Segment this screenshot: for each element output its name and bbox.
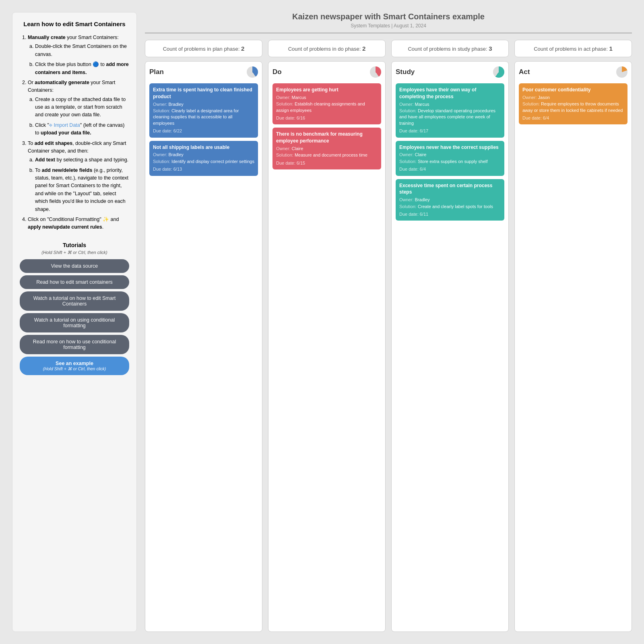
import-link[interactable]: ⎆ Import Data: [49, 122, 80, 128]
counter-study: Count of problems in study phase: 3: [391, 40, 509, 57]
instruction-3b: To add new/delete fields (e.g., priority…: [35, 167, 129, 213]
card-date: Due date: 6/22: [153, 128, 254, 134]
card: There is no benchmark for measuring empl…: [272, 128, 381, 169]
card-solution: Solution: Identify and display correct p…: [153, 159, 254, 165]
card-date: Due date: 6/15: [276, 160, 378, 166]
card-owner: Owner: Bradley: [153, 152, 254, 158]
card-date: Due date: 6/11: [399, 211, 501, 217]
col-title-study: Study: [396, 68, 415, 76]
card-title: Employees are getting hurt: [276, 87, 378, 93]
instruction-1a: Double-click the Smart Containers on the…: [35, 43, 129, 58]
card-owner: Owner: Bradley: [399, 197, 501, 203]
cta-sub: (Hold Shift + ⌘ or Ctrl, then click): [25, 366, 124, 371]
title-row-plan: Plan: [149, 66, 258, 78]
card-solution: Solution: Require employees to throw doc…: [522, 101, 624, 114]
pie-act: [616, 66, 627, 78]
card-date: Due date: 6/13: [153, 166, 254, 172]
card-title: Employees have their own way of completi…: [399, 87, 501, 100]
card: Not all shipping labels are usable Owner…: [149, 141, 258, 176]
btn-see-example[interactable]: See an example (Hold Shift + ⌘ or Ctrl, …: [20, 357, 129, 375]
card-owner: Owner: Claire: [276, 146, 378, 152]
card-owner: Owner: Marcus: [399, 101, 501, 107]
card: Excessive time spent on certain process …: [396, 179, 504, 221]
btn-view-source[interactable]: View the data source: [20, 259, 129, 273]
card-owner: Owner: Bradley: [153, 101, 254, 107]
btn-read-edit[interactable]: Read how to edit smart containers: [20, 275, 129, 289]
main-title: Kaizen newspaper with Smart Containers e…: [145, 12, 632, 21]
instruction-4: Click on "Conditional Formatting" ✨ and …: [28, 216, 129, 231]
card-solution: Solution: Develop standard operating pro…: [399, 108, 501, 126]
card-solution: Solution: Clearly label a designated are…: [153, 108, 254, 126]
col-plan: Count of problems in plan phase: 2Plan E…: [145, 40, 262, 632]
col-do: Count of problems in do phase: 2Do Emplo…: [268, 40, 386, 632]
instruction-2b: Click "⎆ Import Data" (left of the canva…: [35, 122, 129, 137]
card: Extra time is spent having to clean fini…: [149, 83, 258, 138]
body-plan: Plan Extra time is spent having to clean…: [145, 61, 262, 632]
card: Employees are getting hurt Owner: Marcus…: [272, 83, 381, 124]
card: Employees have their own way of completi…: [396, 83, 504, 138]
col-title-do: Do: [272, 68, 282, 76]
col-act: Count of problems in act phase: 1Act Poo…: [514, 40, 632, 632]
instruction-1b: Click the blue plus button 🔵 to add more…: [35, 61, 129, 76]
card-title: Extra time is spent having to clean fini…: [153, 87, 254, 100]
pie-plan: [247, 66, 258, 78]
card-date: Due date: 6/16: [276, 115, 378, 121]
instruction-3a: Add text by selecting a shape and typing…: [35, 156, 129, 164]
card-date: Due date: 6/4: [522, 115, 624, 121]
col-title-act: Act: [519, 68, 530, 76]
instruction-2: Or automatically generate your Smart Con…: [28, 79, 129, 137]
instruction-3: To add edit shapes, double-click any Sma…: [28, 140, 129, 213]
left-panel-title: Learn how to edit Smart Containers: [20, 21, 129, 27]
title-row-act: Act: [519, 66, 627, 78]
left-panel: Learn how to edit Smart Containers Manua…: [12, 12, 137, 632]
card-title: Not all shipping labels are usable: [153, 144, 254, 151]
instructions: Manually create your Smart Containers: D…: [20, 34, 129, 234]
card-title: There is no benchmark for measuring empl…: [276, 131, 378, 144]
counter-plan: Count of problems in plan phase: 2: [145, 40, 262, 57]
btn-read-cond[interactable]: Read more on how to use conditional form…: [20, 335, 129, 354]
card-title: Poor customer confidentiality: [522, 87, 624, 93]
card-solution: Solution: Measure and document process t…: [276, 152, 378, 158]
card-title: Excessive time spent on certain process …: [399, 182, 501, 196]
col-study: Count of problems in study phase: 3Study…: [391, 40, 509, 632]
tutorials-heading: Tutorials: [63, 242, 86, 248]
card-owner: Owner: Claire: [399, 152, 501, 158]
pie-study: [493, 66, 504, 78]
right-panel: Kaizen newspaper with Smart Containers e…: [145, 12, 632, 632]
cta-label: See an example: [56, 361, 93, 366]
body-act: Act Poor customer confidentiality Owner:…: [514, 61, 632, 632]
card-title: Employees never have the correct supplie…: [399, 144, 501, 151]
card-date: Due date: 6/17: [399, 128, 501, 134]
card-owner: Owner: Jason: [522, 95, 624, 101]
btn-watch-cond[interactable]: Watch a tutorial on using conditional fo…: [20, 313, 129, 332]
card: Poor customer confidentiality Owner: Jas…: [519, 83, 627, 124]
btn-watch-edit[interactable]: Watch a tutorial on how to edit Smart Co…: [20, 291, 129, 311]
card-solution: Solution: Create and clearly label spots…: [399, 204, 501, 210]
tutorials-section: Tutorials (Hold Shift + ⌘ or Ctrl, then …: [20, 242, 129, 376]
counter-act: Count of problems in act phase: 1: [514, 40, 632, 57]
counter-do: Count of problems in do phase: 2: [268, 40, 386, 57]
kanban-board: Count of problems in plan phase: 2Plan E…: [145, 40, 632, 632]
instruction-1: Manually create your Smart Containers: D…: [28, 34, 129, 76]
title-row-study: Study: [396, 66, 504, 78]
card-solution: Solution: Establish cleaning assignments…: [276, 101, 378, 114]
right-header: Kaizen newspaper with Smart Containers e…: [145, 12, 632, 33]
card-date: Due date: 6/4: [399, 166, 501, 172]
col-title-plan: Plan: [149, 68, 164, 76]
card: Employees never have the correct supplie…: [396, 141, 504, 176]
tutorials-hint: (Hold Shift + ⌘ or Ctrl, then click): [41, 250, 107, 255]
card-owner: Owner: Marcus: [276, 95, 378, 101]
card-solution: Solution: Store extra supplies on supply…: [399, 159, 501, 165]
meta-info: System Templates | August 1, 2024: [145, 23, 632, 29]
body-study: Study Employees have their own way of co…: [391, 61, 509, 632]
instruction-2a: Create a copy of the attached data file …: [35, 96, 129, 119]
pie-do: [370, 66, 381, 78]
body-do: Do Employees are getting hurt Owner: Mar…: [268, 61, 386, 632]
title-row-do: Do: [272, 66, 381, 78]
